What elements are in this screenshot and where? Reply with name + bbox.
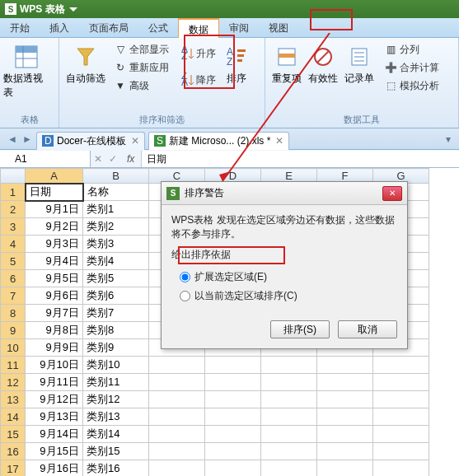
cell[interactable] (149, 357, 205, 374)
cell[interactable]: 9月9日 (26, 339, 83, 357)
cell[interactable] (317, 408, 373, 426)
col-header[interactable]: A (26, 169, 83, 184)
doctab-workbook[interactable]: S 新建 Microso... (2).xls * ✕ (148, 132, 289, 150)
menu-home[interactable]: 开始 (0, 18, 40, 38)
col-header[interactable]: B (83, 169, 149, 184)
sort-button[interactable]: AZ 排序 (219, 40, 254, 86)
cell[interactable] (149, 460, 205, 477)
fx-cancel-icon[interactable]: ✕ (91, 153, 105, 165)
whatif-button[interactable]: ⬚模拟分析 (381, 77, 443, 95)
option-current[interactable]: 以当前选定区域排序(C) (171, 287, 397, 306)
cell[interactable]: 类别3 (83, 236, 149, 253)
sort-asc-button[interactable]: AZ升序 (177, 40, 219, 67)
cell[interactable]: 类别6 (83, 287, 149, 305)
cell[interactable] (317, 357, 373, 374)
cell[interactable] (373, 460, 429, 477)
cell[interactable] (373, 426, 429, 443)
cell[interactable]: 类别7 (83, 305, 149, 322)
cell[interactable]: 9月11日 (26, 374, 83, 391)
cell[interactable]: 类别5 (83, 270, 149, 287)
cell[interactable]: 类别8 (83, 322, 149, 339)
doctab-docer[interactable]: D Docer-在线模板 ✕ (36, 132, 145, 150)
row-header[interactable]: 14 (1, 408, 26, 426)
row-header[interactable]: 7 (1, 287, 26, 305)
cell[interactable]: 9月3日 (26, 236, 83, 253)
row-header[interactable]: 5 (1, 253, 26, 270)
cell[interactable]: 9月13日 (26, 408, 83, 426)
close-icon[interactable]: ✕ (131, 135, 139, 147)
cell[interactable] (261, 408, 317, 426)
cell[interactable]: 类别15 (83, 443, 149, 460)
cell[interactable]: 类别14 (83, 426, 149, 443)
cell[interactable] (317, 426, 373, 443)
cell[interactable]: 类别13 (83, 408, 149, 426)
cell[interactable] (261, 460, 317, 477)
radio-current[interactable] (180, 291, 190, 301)
row-header[interactable]: 2 (1, 201, 26, 218)
cell[interactable] (373, 408, 429, 426)
cell[interactable] (261, 443, 317, 460)
cell[interactable]: 9月14日 (26, 426, 83, 443)
cell[interactable] (149, 443, 205, 460)
cell[interactable]: 名称 (83, 184, 149, 201)
cell[interactable]: 类别16 (83, 460, 149, 477)
cell[interactable] (373, 374, 429, 391)
row-header[interactable]: 1 (1, 184, 26, 201)
subtotal-button[interactable]: ➕合并计算 (381, 58, 443, 77)
row-header[interactable]: 17 (1, 460, 26, 477)
tab-prev-icon[interactable]: ◄ (7, 133, 18, 145)
cell[interactable]: 9月5日 (26, 270, 83, 287)
menu-layout[interactable]: 页面布局 (79, 18, 138, 38)
cell[interactable] (205, 443, 261, 460)
row-header[interactable]: 3 (1, 218, 26, 236)
split-button[interactable]: ▥分列 (381, 40, 443, 58)
option-expand[interactable]: 扩展选定区域(E) (171, 268, 397, 287)
cell[interactable] (149, 374, 205, 391)
cell[interactable] (373, 443, 429, 460)
radio-expand[interactable] (180, 272, 190, 282)
row-header[interactable]: 4 (1, 236, 26, 253)
cancel-button[interactable]: 取消 (338, 320, 397, 338)
cell[interactable]: 类别11 (83, 374, 149, 391)
cell[interactable] (373, 357, 429, 374)
row-header[interactable]: 6 (1, 270, 26, 287)
cell[interactable]: 类别1 (83, 201, 149, 218)
cell[interactable] (261, 374, 317, 391)
cell[interactable] (149, 426, 205, 443)
cell[interactable] (317, 391, 373, 408)
cell[interactable]: 9月6日 (26, 287, 83, 305)
menu-review[interactable]: 审阅 (219, 18, 259, 38)
cell[interactable]: 9月2日 (26, 218, 83, 236)
row-header[interactable]: 16 (1, 443, 26, 460)
cell[interactable]: 9月7日 (26, 305, 83, 322)
row-header[interactable]: 11 (1, 357, 26, 374)
tab-menu-icon[interactable]: ▾ (443, 133, 454, 145)
cell[interactable] (317, 443, 373, 460)
cell[interactable] (205, 426, 261, 443)
cell[interactable]: 9月8日 (26, 322, 83, 339)
fx-confirm-icon[interactable]: ✓ (105, 153, 120, 165)
cell[interactable]: 类别12 (83, 391, 149, 408)
cell[interactable]: 9月15日 (26, 443, 83, 460)
cell[interactable] (261, 426, 317, 443)
cell[interactable] (149, 391, 205, 408)
cell[interactable]: 类别9 (83, 339, 149, 357)
reapply-button[interactable]: ↻重新应用 (110, 58, 172, 77)
row-header[interactable]: 8 (1, 305, 26, 322)
duplicates-button[interactable]: 重复项 (269, 40, 305, 86)
dialog-titlebar[interactable]: S 排序警告 ✕ (162, 182, 407, 205)
cell[interactable]: 9月4日 (26, 253, 83, 270)
cell[interactable] (205, 374, 261, 391)
cell[interactable] (205, 357, 261, 374)
formula-input[interactable]: 日期 (141, 151, 459, 167)
pivot-table-button[interactable]: 数据透视表 (3, 40, 49, 100)
row-header[interactable]: 9 (1, 322, 26, 339)
tab-next-icon[interactable]: ► (21, 133, 33, 145)
cell[interactable]: 类别4 (83, 253, 149, 270)
title-dropdown-icon[interactable] (69, 7, 77, 12)
cell[interactable]: 9月10日 (26, 357, 83, 374)
form-button[interactable]: 记录单 (341, 40, 377, 86)
cell[interactable]: 类别10 (83, 357, 149, 374)
showall-button[interactable]: ▽全部显示 (110, 40, 172, 58)
row-header[interactable]: 15 (1, 426, 26, 443)
